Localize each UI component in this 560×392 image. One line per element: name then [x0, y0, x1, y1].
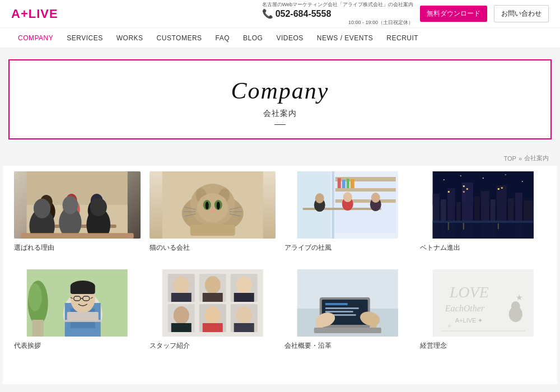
- svg-rect-122: [370, 316, 377, 329]
- contact-button[interactable]: お問い合わせ: [494, 5, 549, 22]
- svg-rect-78: [32, 320, 44, 337]
- svg-rect-64: [463, 185, 464, 187]
- svg-rect-72: [463, 223, 464, 230]
- svg-rect-74: [447, 222, 449, 230]
- tagline: 名古屋のWebマーケティング会社「アライブ株式会社」の会社案内: [262, 1, 413, 8]
- svg-point-6: [88, 199, 106, 222]
- svg-rect-8: [38, 225, 116, 228]
- svg-text:EachOther: EachOther: [444, 304, 484, 313]
- svg-rect-37: [351, 179, 354, 188]
- nav-item-blog[interactable]: BLOG: [236, 28, 269, 48]
- svg-rect-1: [27, 205, 128, 239]
- grid-label-vietnam: ベトナム進出: [420, 243, 547, 253]
- nav-item-recruit[interactable]: RECRUIT: [380, 28, 425, 48]
- breadcrumb: TOP » 会社案内: [0, 151, 560, 166]
- svg-rect-68: [501, 187, 502, 189]
- svg-rect-32: [335, 188, 396, 192]
- svg-rect-35: [342, 180, 346, 188]
- svg-rect-104: [171, 323, 191, 332]
- grid-row-2: 代表挨拶: [14, 269, 546, 351]
- svg-rect-91: [71, 285, 95, 294]
- svg-point-48: [460, 175, 461, 176]
- phone-icon: 📞: [262, 8, 273, 19]
- svg-point-50: [505, 174, 506, 175]
- grid-label-reason: 選ばれる理由: [14, 243, 141, 253]
- top-bar: A+LIVE 名古屋のWebマーケティング会社「アライブ株式会社」の会社案内 📞…: [0, 0, 560, 28]
- svg-point-77: [29, 283, 42, 311]
- grid-label-culture: アライブの社風: [284, 243, 411, 253]
- svg-point-2: [38, 200, 55, 223]
- nav-item-faq[interactable]: FAQ: [209, 28, 237, 48]
- download-button[interactable]: 無料ダウンロード: [420, 6, 487, 22]
- thumb-overview: [284, 269, 411, 337]
- svg-point-51: [521, 181, 522, 182]
- grid-label-overview: 会社概要・沿革: [284, 341, 411, 351]
- logo-plus: +: [21, 7, 29, 21]
- svg-rect-34: [338, 178, 341, 188]
- top-bar-right: 名古屋のWebマーケティング会社「アライブ株式会社」の会社案内 📞 052-68…: [262, 1, 549, 26]
- svg-rect-36: [347, 179, 349, 188]
- thumb-meeting: [14, 171, 141, 239]
- svg-point-19: [209, 209, 215, 212]
- grid-section: 選ばれる理由: [3, 166, 557, 384]
- svg-rect-0: [27, 171, 128, 239]
- nav-item-videos[interactable]: VIDEOS: [269, 28, 310, 48]
- svg-rect-73: [497, 223, 498, 229]
- phone-number: 📞 052-684-5558: [262, 8, 413, 19]
- svg-point-94: [173, 276, 189, 294]
- breadcrumb-top[interactable]: TOP: [503, 155, 516, 162]
- svg-point-100: [236, 276, 251, 294]
- svg-rect-69: [447, 191, 449, 193]
- nav-item-works[interactable]: WORKS: [110, 28, 150, 48]
- grid-item-overview[interactable]: 会社概要・沿革: [284, 269, 411, 351]
- grid-row-1: 選ばれる理由: [14, 171, 546, 253]
- grid-label-greeting: 代表挨拶: [14, 341, 141, 351]
- svg-point-97: [204, 276, 220, 294]
- svg-rect-120: [316, 317, 323, 329]
- grid-item-culture[interactable]: アライブの社風: [284, 171, 411, 253]
- grid-label-cat: 猫のいる会社: [150, 243, 276, 253]
- svg-rect-101: [234, 293, 254, 302]
- breadcrumb-current: 会社案内: [524, 154, 549, 162]
- svg-rect-89: [67, 312, 99, 321]
- thumb-culture: [284, 171, 411, 239]
- svg-rect-117: [325, 311, 353, 312]
- phone-hours: 10:00 - 19:00（土日祝定休）: [262, 19, 413, 26]
- grid-item-cat[interactable]: 猫のいる会社: [150, 171, 276, 253]
- svg-point-5: [66, 194, 77, 207]
- main-nav: COMPANY SERVICES WORKS CUSTOMERS FAQ BLO…: [0, 28, 560, 48]
- grid-label-staff: スタッフ紹介: [150, 341, 276, 351]
- contact-info: 名古屋のWebマーケティング会社「アライブ株式会社」の会社案内 📞 052-68…: [262, 1, 413, 26]
- grid-item-greeting[interactable]: 代表挨拶: [14, 269, 141, 351]
- svg-rect-98: [202, 293, 222, 302]
- thumb-cat: [150, 171, 276, 239]
- svg-rect-123: [314, 328, 381, 333]
- nav-item-services[interactable]: SERVICES: [60, 28, 109, 48]
- svg-rect-67: [497, 188, 499, 190]
- hero-title: Company: [231, 77, 329, 104]
- svg-point-103: [173, 306, 189, 324]
- svg-point-109: [236, 306, 251, 324]
- thumb-vietnam: [420, 171, 547, 239]
- nav-item-customers[interactable]: CUSTOMERS: [150, 28, 209, 48]
- svg-point-47: [443, 179, 444, 180]
- grid-item-vietnam[interactable]: ベトナム進出: [420, 171, 547, 253]
- svg-rect-95: [171, 293, 191, 302]
- hero-banner: Company 会社案内: [8, 59, 552, 139]
- svg-text:A+LIVE ✦: A+LIVE ✦: [455, 317, 483, 324]
- grid-item-staff[interactable]: スタッフ紹介: [150, 269, 276, 351]
- logo: A+LIVE: [11, 7, 58, 21]
- svg-point-17: [205, 202, 208, 209]
- grid-item-philosophy[interactable]: LOVE EachOther A+LIVE ✦ ★ ✧ 経営理念: [420, 269, 547, 351]
- nav-item-news-events[interactable]: NEWS / EVENTS: [310, 28, 380, 48]
- svg-rect-107: [202, 323, 222, 332]
- grid-item-reason[interactable]: 選ばれる理由: [14, 171, 141, 253]
- grid-label-philosophy: 経営理念: [420, 341, 547, 351]
- svg-point-106: [204, 306, 220, 324]
- svg-point-3: [40, 195, 53, 209]
- svg-point-49: [482, 178, 483, 179]
- svg-point-42: [343, 192, 352, 202]
- nav-item-company[interactable]: COMPANY: [11, 28, 60, 48]
- thumb-philosophy: LOVE EachOther A+LIVE ✦ ★ ✧: [420, 269, 547, 337]
- svg-point-131: [511, 301, 520, 311]
